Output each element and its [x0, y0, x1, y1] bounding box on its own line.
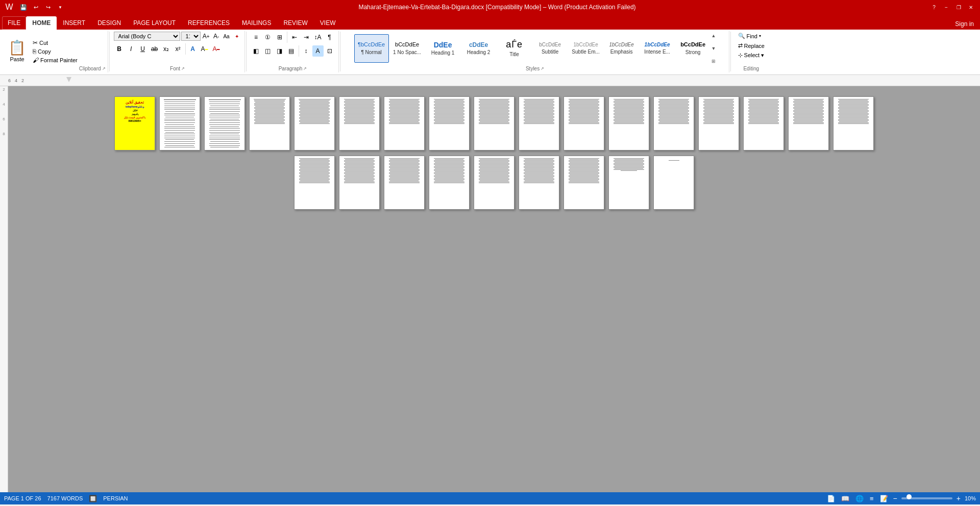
- tab-insert[interactable]: INSERT: [57, 16, 91, 30]
- sign-in-button[interactable]: Sign in: [951, 18, 978, 30]
- document-check-icon[interactable]: 🔲: [89, 495, 97, 502]
- increase-indent-btn[interactable]: ⇥: [301, 32, 312, 43]
- redo-quick-btn[interactable]: ↪: [43, 2, 53, 12]
- italic-button[interactable]: I: [126, 43, 137, 55]
- align-left-btn[interactable]: ◧: [251, 45, 262, 57]
- shading-btn[interactable]: A: [312, 45, 324, 57]
- page-thumb-1[interactable]: تحقیق آنلاین telephoneو دانلو فایل پایرو…: [114, 96, 155, 150]
- borders-btn[interactable]: ⊡: [324, 45, 335, 57]
- page-thumb-22[interactable]: [474, 156, 514, 210]
- close-button[interactable]: ✕: [966, 2, 976, 12]
- font-color-button[interactable]: A▬: [211, 43, 222, 55]
- language-indicator[interactable]: PERSIAN: [103, 495, 128, 501]
- bold-button[interactable]: B: [114, 43, 125, 55]
- clear-format-btn[interactable]: ✦: [232, 32, 241, 41]
- customize-quick-btn[interactable]: ▼: [55, 2, 65, 12]
- page-thumb-25[interactable]: [608, 156, 649, 210]
- draft-view-btn[interactable]: 📝: [879, 495, 889, 502]
- style-title[interactable]: aЃe Title: [497, 34, 532, 63]
- print-layout-view-btn[interactable]: 📄: [826, 495, 836, 502]
- page-thumb-24[interactable]: [564, 156, 604, 210]
- page-thumb-23[interactable]: [519, 156, 559, 210]
- page-thumb-18[interactable]: [294, 156, 335, 210]
- tab-page-layout[interactable]: PAGE LAYOUT: [127, 16, 182, 30]
- increase-font-btn[interactable]: A+: [202, 32, 211, 41]
- minimize-button[interactable]: −: [941, 2, 951, 12]
- tab-file[interactable]: FILE: [2, 16, 26, 30]
- sort-button[interactable]: ↕A: [312, 32, 324, 43]
- web-layout-btn[interactable]: 🌐: [854, 495, 865, 502]
- tab-view[interactable]: VIEW: [314, 16, 342, 30]
- page-thumb-6[interactable]: [339, 96, 380, 150]
- help-button[interactable]: ?: [929, 2, 939, 12]
- page-thumb-3[interactable]: [204, 96, 245, 150]
- format-painter-button[interactable]: 🖌 Format Painter: [31, 56, 79, 64]
- tab-references[interactable]: REFERENCES: [182, 16, 236, 30]
- page-thumb-5[interactable]: [294, 96, 335, 150]
- styles-scroll-down[interactable]: ▼: [712, 46, 716, 51]
- zoom-slider[interactable]: [901, 497, 952, 499]
- page-thumb-26[interactable]: [653, 156, 694, 210]
- page-thumb-8[interactable]: [429, 96, 470, 150]
- cut-button[interactable]: ✂ Cut: [31, 39, 79, 47]
- paragraph-expand-icon[interactable]: ↗: [303, 66, 307, 71]
- style-heading1[interactable]: DdEe Heading 1: [426, 34, 460, 63]
- page-thumb-2[interactable]: [159, 96, 200, 150]
- superscript-button[interactable]: x²: [173, 43, 184, 55]
- numbering-button[interactable]: ①: [262, 32, 274, 43]
- document-canvas[interactable]: تحقیق آنلاین telephoneو دانلو فایل پایرو…: [8, 86, 980, 492]
- justify-btn[interactable]: ▤: [286, 45, 297, 57]
- find-button[interactable]: 🔍 Find ▾: [735, 32, 768, 40]
- style-strong[interactable]: bCcDdEe Strong: [676, 34, 710, 63]
- select-button[interactable]: ⊹ Select ▾: [735, 51, 768, 60]
- styles-expand-icon[interactable]: ↗: [541, 66, 544, 71]
- page-thumb-13[interactable]: [653, 96, 694, 150]
- page-thumb-17[interactable]: [833, 96, 874, 150]
- full-screen-reading-btn[interactable]: 📖: [840, 495, 850, 502]
- style-emphasis[interactable]: 1bCcDdEe Emphasis: [604, 34, 639, 63]
- style-subtle-em[interactable]: 1bCcDdEe Subtle Em...: [569, 34, 603, 63]
- align-right-btn[interactable]: ◨: [274, 45, 285, 57]
- page-thumb-4[interactable]: [249, 96, 290, 150]
- style-no-spacing[interactable]: bCcDdEe 1 No Spac...: [390, 34, 425, 63]
- styles-scroll-up[interactable]: ▲: [712, 33, 716, 38]
- tab-home[interactable]: HOME: [26, 16, 57, 30]
- style-intense-e[interactable]: 1bCcDdEe Intense E...: [640, 34, 675, 63]
- save-quick-btn[interactable]: 💾: [18, 2, 29, 12]
- bullets-button[interactable]: ≡: [251, 32, 262, 43]
- clipboard-expand-icon[interactable]: ↗: [102, 66, 106, 71]
- decrease-font-btn[interactable]: A-: [212, 32, 221, 41]
- style-normal[interactable]: ¶bCcDdEe ¶ Normal: [354, 34, 389, 63]
- paste-button[interactable]: 📋 Paste: [4, 39, 30, 64]
- line-spacing-btn[interactable]: ↕: [301, 45, 312, 57]
- outline-view-btn[interactable]: ≡: [869, 495, 875, 502]
- decrease-indent-btn[interactable]: ⇤: [289, 32, 300, 43]
- page-thumb-20[interactable]: [384, 156, 425, 210]
- tab-review[interactable]: REVIEW: [277, 16, 313, 30]
- copy-button[interactable]: ⎘ Copy: [31, 47, 79, 56]
- zoom-out-btn[interactable]: −: [893, 494, 897, 502]
- style-subtitle[interactable]: bCcDdEe Subtitle: [533, 34, 568, 63]
- underline-button[interactable]: U: [137, 43, 149, 55]
- font-name-select[interactable]: Arial (Body C: [114, 32, 180, 41]
- font-size-select[interactable]: 11: [181, 32, 201, 41]
- tab-mailings[interactable]: MAILINGS: [236, 16, 277, 30]
- page-thumb-14[interactable]: [698, 96, 739, 150]
- page-thumb-10[interactable]: [519, 96, 559, 150]
- subscript-button[interactable]: x₂: [161, 43, 172, 55]
- font-expand-icon[interactable]: ↗: [181, 66, 185, 71]
- tab-design[interactable]: DESIGN: [91, 16, 127, 30]
- text-highlight-button[interactable]: A▬: [199, 43, 210, 55]
- restore-button[interactable]: ❐: [953, 2, 964, 12]
- page-thumb-21[interactable]: [429, 156, 470, 210]
- style-heading2[interactable]: cDdEe Heading 2: [461, 34, 496, 63]
- page-thumb-19[interactable]: [339, 156, 380, 210]
- zoom-in-btn[interactable]: +: [957, 494, 961, 502]
- page-thumb-11[interactable]: [564, 96, 604, 150]
- page-thumb-7[interactable]: [384, 96, 425, 150]
- strikethrough-button[interactable]: ab: [149, 43, 160, 55]
- page-thumb-12[interactable]: [608, 96, 649, 150]
- text-effects-button[interactable]: A: [187, 43, 199, 55]
- show-hide-button[interactable]: ¶: [324, 32, 335, 43]
- align-center-btn[interactable]: ◫: [262, 45, 274, 57]
